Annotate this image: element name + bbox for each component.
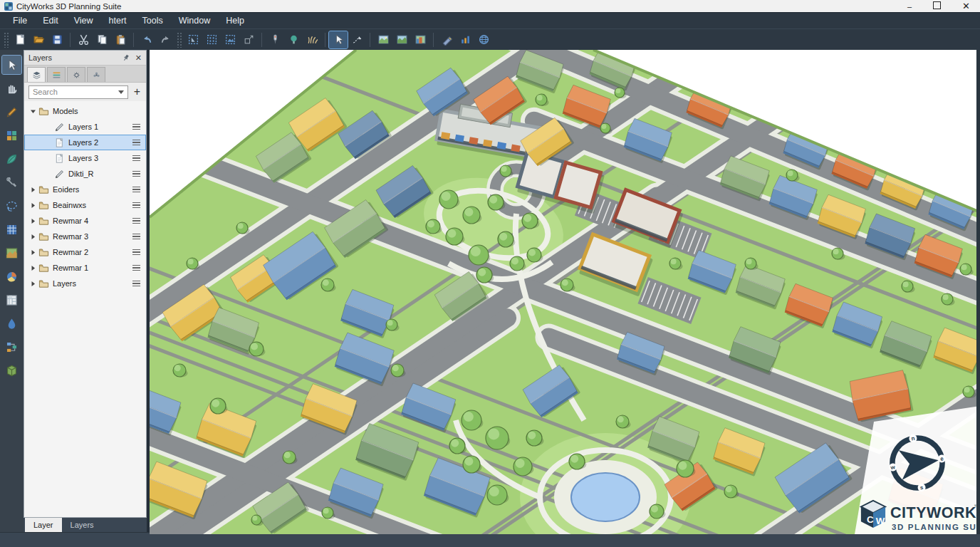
pie-globe-tool[interactable] — [2, 267, 21, 286]
paste-clipboard-button[interactable] — [111, 31, 130, 48]
menu-help[interactable]: Help — [219, 14, 251, 27]
menu-tools[interactable]: Tools — [135, 14, 170, 27]
menu-edit[interactable]: Edit — [36, 14, 66, 27]
terrain-map-tool[interactable] — [2, 244, 21, 262]
select-rect-button[interactable] — [184, 31, 202, 48]
toolbar-separator — [70, 33, 71, 47]
image-thumb-2-button[interactable] — [392, 31, 411, 48]
save-floppy-button[interactable] — [48, 31, 66, 48]
row-menu-icon[interactable] — [132, 265, 140, 272]
layer-row-eoiders[interactable]: Eoiders — [24, 182, 146, 197]
panel-tab-layer-list[interactable] — [47, 67, 66, 82]
expand-small-button[interactable] — [239, 31, 258, 48]
layer-row-layers-2[interactable]: Layers 2 — [24, 135, 146, 150]
hand-pan-tool[interactable] — [2, 79, 21, 98]
tree-caret-icon[interactable] — [30, 265, 37, 271]
bottom-tab-layers[interactable]: Layers — [62, 518, 103, 532]
toolbar-grip[interactable] — [177, 32, 182, 48]
grid-table-tool[interactable] — [2, 220, 21, 239]
close-button[interactable]: ✕ — [962, 2, 970, 11]
globe-button[interactable] — [474, 31, 493, 48]
pointer-arrow-tool[interactable] — [2, 56, 21, 74]
layer-row-dikti-r[interactable]: Dikti_R — [24, 166, 146, 182]
undo-arrow-button[interactable] — [137, 31, 156, 48]
row-menu-icon[interactable] — [132, 202, 140, 209]
tree-caret-icon[interactable] — [30, 202, 37, 209]
toolbar-grip[interactable] — [4, 32, 9, 48]
tree-caret-icon[interactable] — [30, 249, 37, 256]
pencil-draw-tool[interactable] — [2, 103, 21, 121]
menu-htert[interactable]: htert — [102, 14, 134, 27]
marker-pin-button[interactable] — [266, 31, 284, 48]
viewport-3d[interactable]: neswCWCITYWORKS™3D PLANNING SUITE — [150, 50, 980, 532]
menu-view[interactable]: View — [67, 14, 100, 27]
row-menu-icon[interactable] — [132, 249, 140, 256]
cut-scissors-button[interactable] — [74, 31, 93, 48]
tools-build-tool[interactable] — [2, 173, 21, 192]
tree-caret-icon[interactable] — [30, 108, 37, 115]
city-scene[interactable]: neswCWCITYWORKS™3D PLANNING SUITE — [150, 50, 980, 534]
blueprint-tool[interactable] — [2, 291, 21, 309]
layer-row-layers[interactable]: Layers — [24, 276, 146, 291]
pin-icon[interactable] — [123, 54, 130, 61]
leaf-map-tool[interactable] — [2, 150, 21, 168]
layer-row-models[interactable]: Models — [24, 103, 146, 119]
minimize-button[interactable]: – — [907, 2, 912, 11]
package-cube-tool[interactable] — [2, 361, 21, 380]
row-menu-icon[interactable] — [132, 218, 140, 225]
tree-caret-icon[interactable] — [30, 187, 37, 193]
panel-tab-flower-mini[interactable] — [87, 67, 105, 82]
panel-tab-layers-stack[interactable] — [27, 67, 46, 82]
image-thumb-3-button[interactable] — [411, 31, 429, 48]
row-menu-icon[interactable] — [132, 187, 140, 194]
chart-buildings-button[interactable] — [456, 31, 474, 48]
row-menu-icon[interactable] — [132, 281, 140, 288]
folder-icon — [38, 263, 49, 274]
select-image-button[interactable] — [221, 31, 239, 48]
layer-label: Eoiders — [53, 185, 79, 194]
layer-row-rewmar-2[interactable]: Rewmar 2 — [24, 244, 146, 260]
new-file-button[interactable] — [11, 31, 29, 48]
flowchart-tool[interactable] — [2, 338, 21, 356]
row-menu-icon[interactable] — [132, 140, 140, 147]
layer-row-rewmar-3[interactable]: Rewmar 3 — [24, 229, 146, 244]
measure-path-button[interactable] — [348, 31, 366, 48]
layer-row-beainwxs[interactable]: Beainwxs — [24, 197, 146, 213]
search-dropdown-icon[interactable] — [118, 90, 124, 94]
bulb-pin-button[interactable] — [284, 31, 303, 48]
bottom-tab-layer[interactable]: Layer — [25, 518, 62, 532]
row-menu-icon[interactable] — [132, 171, 140, 178]
maximize-button[interactable] — [933, 1, 941, 11]
close-icon[interactable]: ✕ — [135, 53, 142, 63]
image-thumb-1-button[interactable] — [374, 31, 392, 48]
search-input[interactable]: Search — [28, 85, 128, 99]
tree-caret-icon[interactable] — [30, 234, 37, 240]
layer-row-rewmar-4[interactable]: Rewmar 4 — [24, 213, 146, 229]
layer-row-layers-1[interactable]: Layers 1 — [24, 119, 146, 135]
paint-fill-tool[interactable] — [2, 314, 21, 333]
row-menu-icon[interactable] — [132, 155, 140, 162]
tree-caret-icon[interactable] — [30, 218, 37, 224]
grass-brush-button[interactable] — [303, 31, 321, 48]
layer-row-layers-3[interactable]: Layers 3 — [24, 150, 146, 166]
menu-file[interactable]: File — [6, 14, 34, 27]
pond[interactable] — [554, 460, 657, 534]
palette-grid-tool[interactable] — [2, 126, 21, 145]
svg-text:W: W — [876, 516, 885, 526]
row-menu-icon[interactable] — [132, 234, 140, 241]
tree-caret-icon[interactable] — [30, 281, 37, 287]
pen-tool-button[interactable] — [437, 31, 456, 48]
menu-window[interactable]: Window — [172, 14, 217, 27]
cursor-arrow-button[interactable] — [329, 31, 348, 48]
redo-arrow-button[interactable] — [156, 31, 174, 48]
layer-row-rewmar-1[interactable]: Rewmar 1 — [24, 260, 146, 276]
row-menu-icon[interactable] — [132, 124, 140, 131]
panel-tab-gear-mini[interactable] — [67, 67, 85, 82]
toolbar-separator — [261, 33, 262, 47]
add-layer-button[interactable]: + — [132, 87, 142, 97]
toolbar-separator — [325, 33, 325, 47]
lasso-select-tool[interactable] — [2, 197, 21, 215]
open-folder-button[interactable] — [29, 31, 48, 48]
select-grid-button[interactable] — [202, 31, 221, 48]
copy-pages-button[interactable] — [93, 31, 111, 48]
